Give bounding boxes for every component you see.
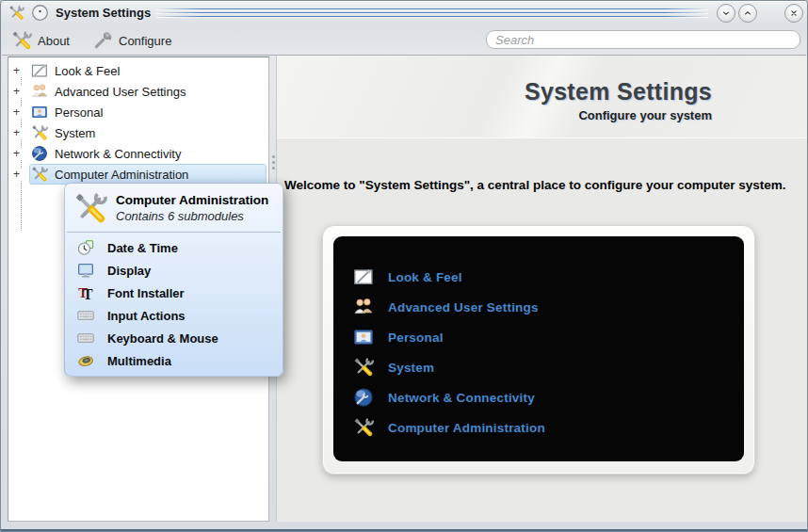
popup-item-input-actions[interactable]: Input Actions — [65, 304, 283, 327]
tree-item-computer-administration[interactable]: + Computer Administration — [8, 164, 268, 185]
wrench-icon — [92, 30, 113, 51]
tree-item-label: Advanced User Settings — [55, 85, 186, 99]
minimize-button[interactable] — [717, 4, 735, 23]
popup-item-multimedia[interactable]: Multimedia — [65, 349, 283, 372]
search-input[interactable] — [486, 30, 800, 49]
overview-item-label: Personal — [388, 330, 444, 345]
popup-item-keyboard-mouse[interactable]: Keyboard & Mouse — [65, 327, 283, 349]
popup-title: Computer Administration — [116, 193, 268, 207]
expander-icon[interactable]: + — [13, 86, 25, 97]
content-header: System Settings Configure your system — [277, 56, 808, 138]
tree-item-label: Network & Connectivity — [55, 147, 181, 161]
tools-icon — [353, 357, 374, 378]
look-and-feel-icon — [31, 62, 48, 79]
personal-icon — [353, 327, 374, 347]
popup-item-label: Font Installer — [107, 286, 185, 300]
popup-subtitle: Contains 6 submodules — [116, 209, 268, 223]
overview-box: Look & Feel Advanced User Settings Perso… — [333, 236, 744, 461]
tree-item-network-connectivity[interactable]: + Network & Connectivity — [8, 143, 268, 164]
popup-item-label: Keyboard & Mouse — [107, 331, 218, 346]
clock-calendar-icon — [77, 239, 94, 256]
overview-item-label: System — [388, 361, 434, 375]
popup-item-label: Multimedia — [107, 354, 171, 368]
keyboard-icon — [77, 330, 94, 347]
keyboard-icon — [77, 307, 94, 324]
globe-wrench-icon — [353, 387, 374, 408]
about-button[interactable]: About — [8, 28, 73, 53]
close-button[interactable] — [784, 4, 803, 23]
tools-icon — [73, 191, 107, 225]
popup-item-label: Display — [107, 264, 151, 278]
personal-icon — [31, 104, 48, 121]
computer-administration-popup: Computer Administration Contains 6 submo… — [64, 183, 283, 377]
tree-item-label: Look & Feel — [55, 64, 120, 78]
popup-item-date-time[interactable]: Date & Time — [65, 236, 283, 259]
tree-item-label: Computer Administration — [55, 168, 188, 182]
tree-item-label: System — [55, 126, 95, 140]
overview-item-label: Look & Feel — [388, 270, 462, 284]
expander-icon[interactable]: + — [13, 127, 25, 138]
overview-item-system[interactable]: System — [333, 352, 744, 382]
app-tools-icon — [8, 5, 24, 21]
titlebar-grooves — [156, 8, 708, 20]
overview-item-label: Advanced User Settings — [388, 300, 539, 314]
page-subtitle: Configure your system — [525, 108, 712, 122]
window-title: System Settings — [56, 1, 151, 25]
configure-button-label: Configure — [119, 34, 171, 48]
chevron-up-icon — [742, 8, 753, 19]
fonts-icon — [77, 284, 94, 301]
configure-button[interactable]: Configure — [89, 28, 175, 53]
users-icon — [353, 297, 374, 317]
page-title: System Settings — [525, 78, 712, 105]
popup-item-display[interactable]: Display — [65, 259, 283, 282]
expander-icon[interactable]: + — [13, 148, 25, 159]
about-button-label: About — [38, 34, 70, 48]
overview-item-network-connectivity[interactable]: Network & Connectivity — [333, 382, 744, 412]
tools-icon — [31, 166, 48, 183]
users-icon — [31, 83, 48, 100]
popup-header: Computer Administration Contains 6 submo… — [65, 184, 283, 229]
overview-frame: Look & Feel Advanced User Settings Perso… — [322, 225, 755, 475]
overview-item-personal[interactable]: Personal — [333, 322, 744, 352]
chevron-down-icon — [720, 8, 732, 19]
expander-icon[interactable]: + — [13, 65, 25, 76]
expander-icon[interactable]: + — [13, 169, 25, 180]
popup-item-label: Date & Time — [107, 241, 178, 255]
welcome-text: Welcome to "System Settings", a central … — [284, 178, 785, 192]
tree-item-personal[interactable]: + Personal — [8, 102, 268, 122]
titlebar[interactable]: System Settings — [2, 1, 806, 25]
tree-item-label: Personal — [55, 105, 103, 120]
overview-item-look-and-feel[interactable]: Look & Feel — [333, 262, 744, 292]
popup-separator — [67, 232, 281, 233]
tools-icon — [11, 30, 32, 51]
expander-icon[interactable]: + — [13, 106, 25, 118]
tools-icon — [353, 417, 374, 438]
window-bottom-border — [1, 529, 807, 531]
close-icon — [788, 8, 800, 19]
speaker-icon — [77, 352, 94, 369]
tree-item-advanced-user-settings[interactable]: + Advanced User Settings — [8, 81, 268, 102]
look-and-feel-icon — [353, 266, 374, 287]
tree-item-look-and-feel[interactable]: + Look & Feel — [8, 60, 268, 81]
maximize-button[interactable] — [738, 4, 757, 23]
popup-item-label: Input Actions — [107, 309, 186, 323]
overview-item-computer-administration[interactable]: Computer Administration — [333, 412, 744, 443]
overview-item-label: Network & Connectivity — [388, 391, 535, 405]
system-settings-window: System Settings About Configure + — [0, 0, 808, 532]
globe-wrench-icon — [31, 145, 48, 162]
content-panel: System Settings Configure your system We… — [276, 56, 808, 522]
monitor-icon — [77, 262, 94, 279]
tools-icon — [31, 124, 48, 141]
popup-item-font-installer[interactable]: Font Installer — [65, 282, 283, 304]
window-menu-button[interactable] — [31, 4, 49, 22]
toolbar: About Configure — [2, 25, 806, 56]
overview-item-label: Computer Administration — [388, 421, 545, 435]
tree-item-system[interactable]: + System — [8, 122, 268, 143]
overview-item-advanced-user-settings[interactable]: Advanced User Settings — [333, 292, 744, 322]
